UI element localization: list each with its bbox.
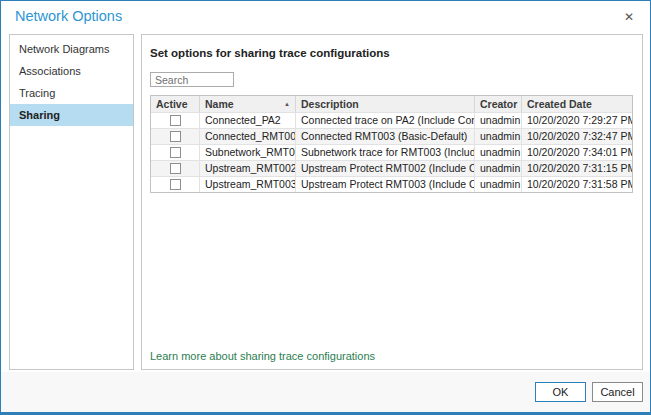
active-checkbox[interactable] — [170, 131, 181, 142]
active-checkbox[interactable] — [170, 147, 181, 158]
table-row[interactable]: Upstream_RMT002Upstream Protect RMT002 (… — [151, 160, 632, 176]
table-row[interactable]: Subnetwork_RMT003Subnetwork trace for RM… — [151, 144, 632, 160]
column-header-active[interactable]: Active — [151, 96, 200, 112]
creator-cell: unadmin — [475, 129, 522, 144]
active-cell — [151, 145, 200, 160]
description-cell: Connected trace on PA2 (Include Containe… — [296, 113, 475, 128]
name-cell: Connected_RMT003 — [200, 129, 296, 144]
column-header-label: Description — [301, 98, 359, 110]
creator-cell: unadmin — [475, 161, 522, 176]
sort-ascending-icon: ▲ — [284, 101, 290, 107]
active-cell — [151, 161, 200, 176]
created-date-cell: 10/20/2020 7:29:27 PM — [522, 113, 632, 128]
name-cell: Connected_PA2 — [200, 113, 296, 128]
description-cell: Upstream Protect RMT003 (Include Content… — [296, 177, 475, 192]
created-date-cell: 10/20/2020 7:34:01 PM — [522, 145, 632, 160]
cancel-button[interactable]: Cancel — [592, 382, 643, 402]
search-input[interactable] — [150, 72, 234, 87]
description-cell: Connected RMT003 (Basic-Default) — [296, 129, 475, 144]
created-date-cell: 10/20/2020 7:32:47 PM — [522, 129, 632, 144]
name-cell: Upstream_RMT003 — [200, 177, 296, 192]
table-row[interactable]: Connected_PA2Connected trace on PA2 (Inc… — [151, 112, 632, 128]
learn-more-link[interactable]: Learn more about sharing trace configura… — [150, 350, 375, 362]
active-checkbox[interactable] — [170, 163, 181, 174]
dialog-title: Network Options — [15, 8, 122, 24]
created-date-cell: 10/20/2020 7:31:15 PM — [522, 161, 632, 176]
column-header-label: Active — [156, 98, 188, 110]
close-icon[interactable]: ✕ — [621, 9, 637, 25]
creator-cell: unadmin — [475, 145, 522, 160]
sidebar-item-associations[interactable]: Associations — [10, 60, 133, 82]
column-header-creator[interactable]: Creator — [475, 96, 522, 112]
active-cell — [151, 129, 200, 144]
column-header-label: Created Date — [527, 98, 592, 110]
name-cell: Upstream_RMT002 — [200, 161, 296, 176]
sidebar-item-tracing[interactable]: Tracing — [10, 82, 133, 104]
sharing-panel: Set options for sharing trace configurat… — [141, 34, 643, 370]
column-header-description[interactable]: Description — [296, 96, 475, 112]
panel-heading: Set options for sharing trace configurat… — [150, 47, 637, 59]
column-header-label: Creator — [480, 98, 517, 110]
active-cell — [151, 113, 200, 128]
sidebar-item-sharing[interactable]: Sharing — [10, 104, 133, 126]
active-cell — [151, 177, 200, 192]
column-header-created-date[interactable]: Created Date — [522, 96, 632, 112]
network-options-dialog: Network Options ✕ Network DiagramsAssoci… — [0, 0, 651, 415]
creator-cell: unadmin — [475, 113, 522, 128]
description-cell: Upstream Protect RMT002 (Include Contain… — [296, 161, 475, 176]
sidebar: Network DiagramsAssociationsTracingShari… — [9, 34, 134, 370]
description-cell: Subnetwork trace for RMT003 (Include Con… — [296, 145, 475, 160]
column-header-name[interactable]: Name▲ — [200, 96, 296, 112]
name-cell: Subnetwork_RMT003 — [200, 145, 296, 160]
table-row[interactable]: Connected_RMT003Connected RMT003 (Basic-… — [151, 128, 632, 144]
ok-button[interactable]: OK — [535, 382, 586, 402]
active-checkbox[interactable] — [170, 115, 181, 126]
title-bar: Network Options ✕ — [1, 1, 650, 33]
created-date-cell: 10/20/2020 7:31:58 PM — [522, 177, 632, 192]
trace-configurations-table: ActiveName▲DescriptionCreatorCreated Dat… — [150, 95, 633, 193]
column-header-label: Name — [205, 98, 234, 110]
active-checkbox[interactable] — [170, 179, 181, 190]
table-row[interactable]: Upstream_RMT003Upstream Protect RMT003 (… — [151, 176, 632, 192]
footer-bar: OK Cancel — [1, 372, 650, 412]
sidebar-item-network-diagrams[interactable]: Network Diagrams — [10, 38, 133, 60]
table-header-row: ActiveName▲DescriptionCreatorCreated Dat… — [151, 96, 632, 112]
table-body: Connected_PA2Connected trace on PA2 (Inc… — [151, 112, 632, 192]
creator-cell: unadmin — [475, 177, 522, 192]
